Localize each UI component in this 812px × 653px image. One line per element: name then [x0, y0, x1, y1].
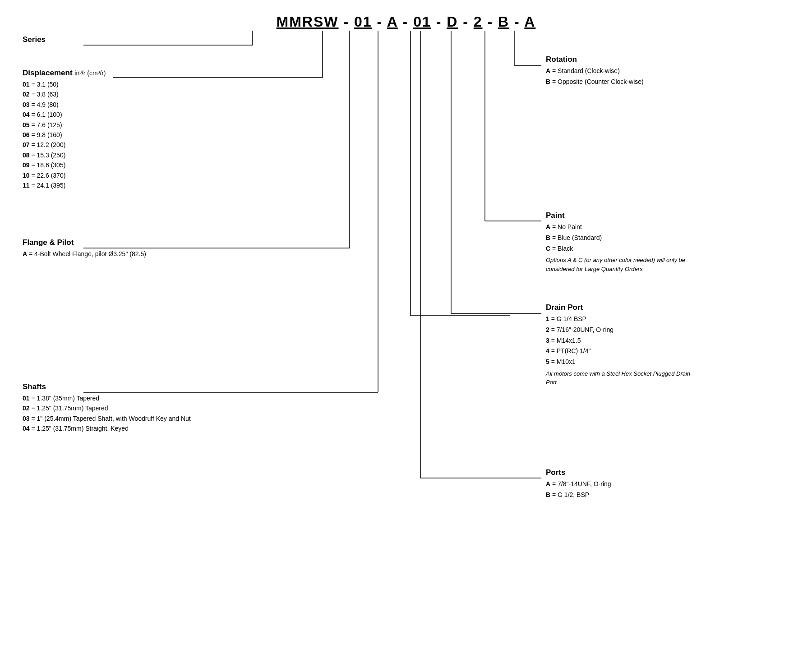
- model-sep-5: -: [463, 14, 474, 30]
- drain-item-5: 5 = M10x1: [546, 357, 699, 368]
- shaft-item-01: 01 = 1.38" (35mm) Tapered: [23, 393, 191, 403]
- model-sep-4: -: [436, 14, 447, 30]
- shafts-block: Shafts 01 = 1.38" (35mm) Tapered 02 = 1.…: [23, 382, 191, 434]
- drain-item-2: 2 = 7/16"-20UNF, O-ring: [546, 325, 699, 336]
- model-number: MMRSW - 01 - A - 01 - D - 2 - B - A: [277, 14, 536, 30]
- model-seg-d: D: [447, 14, 458, 30]
- drain-item-1: 1 = G 1/4 BSP: [546, 314, 699, 325]
- disp-item-05: 05 = 7.6 (125): [23, 120, 106, 130]
- disp-item-11: 11 = 24.1 (395): [23, 180, 106, 190]
- port-item-b: B = G 1/2, BSP: [546, 490, 611, 501]
- drain-item-4: 4 = PT(RC) 1/4": [546, 346, 699, 357]
- disp-item-09: 09 = 18.6 (305): [23, 160, 106, 170]
- model-seg-mmrsw: MMRSW: [277, 14, 339, 30]
- paint-block: Paint A = No Paint B = Blue (Standard) C…: [546, 211, 699, 273]
- rotation-item-b: B = Opposite (Counter Clock-wise): [546, 77, 644, 87]
- model-seg-01a: 01: [354, 14, 372, 30]
- drain-note: All motors come with a Steel Hex Socket …: [546, 369, 699, 387]
- model-sep-6: -: [487, 14, 498, 30]
- disp-item-10: 10 = 22.6 (370): [23, 170, 106, 180]
- ports-block: Ports A = 7/8"-14UNF, O-ring B = G 1/2, …: [546, 468, 611, 501]
- flange-block: Flange & Pilot A = 4-Bolt Wheel Flange, …: [23, 238, 146, 259]
- ports-title: Ports: [546, 468, 611, 477]
- displacement-title: Displacement in³/r (cm³/r): [23, 69, 106, 78]
- shafts-title: Shafts: [23, 382, 191, 391]
- disp-item-08: 08 = 15.3 (250): [23, 150, 106, 160]
- paint-item-b: B = Blue (Standard): [546, 233, 699, 244]
- paint-item-a: A = No Paint: [546, 222, 699, 233]
- disp-item-06: 06 = 9.8 (160): [23, 130, 106, 140]
- shaft-item-03: 03 = 1" (25.4mm) Tapered Shaft, with Woo…: [23, 414, 191, 423]
- series-title: Series: [23, 35, 46, 44]
- shaft-item-04: 04 = 1.25" (31.75mm) Straight, Keyed: [23, 423, 191, 433]
- paint-title: Paint: [546, 211, 699, 220]
- model-seg-a: A: [387, 14, 398, 30]
- model-seg-01b: 01: [413, 14, 431, 30]
- rotation-title: Rotation: [546, 55, 644, 64]
- series-block: Series: [23, 35, 46, 46]
- diagram-container: MMRSW - 01 - A - 01 - D - 2 - B - A: [0, 0, 812, 653]
- disp-item-02: 02 = 3.8 (63): [23, 89, 106, 99]
- paint-note: Options A & C (or any other color needed…: [546, 256, 699, 273]
- model-seg-2: 2: [474, 14, 483, 30]
- disp-item-03: 03 = 4.9 (80): [23, 100, 106, 110]
- displacement-block: Displacement in³/r (cm³/r) 01 = 3.1 (50)…: [23, 69, 106, 190]
- drain-item-3: 3 = M14x1.5: [546, 336, 699, 346]
- drain-port-block: Drain Port 1 = G 1/4 BSP 2 = 7/16"-20UNF…: [546, 303, 699, 387]
- paint-item-c: C = Black: [546, 244, 699, 254]
- rotation-item-a: A = Standard (Clock-wise): [546, 66, 644, 77]
- model-sep-7: -: [514, 14, 524, 30]
- flange-title: Flange & Pilot: [23, 238, 146, 247]
- flange-item-a: A = 4-Bolt Wheel Flange, pilot Ø3.25" (8…: [23, 249, 146, 259]
- disp-item-04: 04 = 6.1 (100): [23, 110, 106, 120]
- shaft-item-02: 02 = 1.25" (31.75mm) Tapered: [23, 403, 191, 413]
- disp-item-07: 07 = 12.2 (200): [23, 140, 106, 150]
- model-sep-1: -: [343, 14, 354, 30]
- model-seg-a2: A: [524, 14, 535, 30]
- port-item-a: A = 7/8"-14UNF, O-ring: [546, 479, 611, 490]
- disp-item-01: 01 = 3.1 (50): [23, 79, 106, 89]
- drain-port-title: Drain Port: [546, 303, 699, 312]
- model-sep-3: -: [403, 14, 414, 30]
- rotation-block: Rotation A = Standard (Clock-wise) B = O…: [546, 55, 644, 87]
- model-seg-b: B: [498, 14, 509, 30]
- model-sep-2: -: [377, 14, 387, 30]
